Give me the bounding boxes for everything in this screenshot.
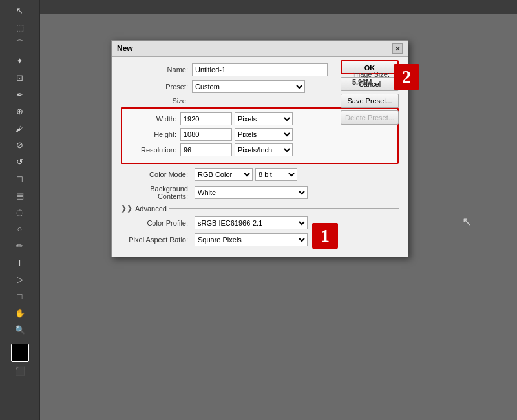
name-label: Name: bbox=[121, 66, 192, 74]
advanced-toggle-icon[interactable]: ❯❯ bbox=[121, 204, 132, 213]
resolution-input[interactable] bbox=[180, 143, 232, 156]
pixel-aspect-row: Pixel Aspect Ratio: Square Pixels D1/DV … bbox=[121, 233, 399, 246]
pixel-aspect-select[interactable]: Square Pixels D1/DV NTSC (0.91) bbox=[195, 233, 308, 246]
color-profile-row: Color Profile: sRGB IEC61966-2.1 Adobe R… bbox=[121, 216, 399, 229]
dialog-body: OK Cancel Save Preset... Delete Preset..… bbox=[112, 57, 408, 257]
height-label: Height: bbox=[127, 131, 180, 138]
advanced-header: ❯❯ Advanced bbox=[121, 204, 399, 213]
history-brush[interactable]: ↺ bbox=[12, 154, 28, 169]
blur-tool[interactable]: ◌ bbox=[12, 204, 28, 220]
image-size-label: Image Size: bbox=[352, 70, 390, 78]
shape-tool[interactable]: □ bbox=[12, 288, 28, 304]
bit-depth-select[interactable]: 8 bit 16 bit 32 bit bbox=[255, 168, 297, 181]
cursor-icon: ↖ bbox=[462, 215, 472, 229]
background-select[interactable]: White Background Color Transparent bbox=[195, 186, 308, 199]
eyedropper-tool[interactable]: ✒ bbox=[12, 87, 28, 102]
dodge-tool[interactable]: ○ bbox=[12, 221, 28, 236]
preset-select[interactable]: Custom Default Photoshop Size Letter bbox=[192, 80, 305, 93]
advanced-divider bbox=[169, 208, 399, 209]
close-button[interactable]: ✕ bbox=[392, 43, 403, 54]
menu-bar bbox=[0, 0, 517, 14]
path-tool[interactable]: ▷ bbox=[12, 271, 28, 287]
brush-tool[interactable]: 🖌 bbox=[12, 120, 28, 136]
pixel-aspect-label: Pixel Aspect Ratio: bbox=[121, 236, 192, 244]
eraser-tool[interactable]: ◻ bbox=[12, 171, 28, 186]
delete-preset-button[interactable]: Delete Preset... bbox=[341, 110, 399, 125]
color-mode-row: Color Mode: RGB Color CMYK Color Graysca… bbox=[121, 168, 399, 181]
move-tool[interactable]: ↖ bbox=[12, 3, 28, 18]
save-preset-button[interactable]: Save Preset... bbox=[341, 94, 399, 108]
background-row: Background Contents: White Background Co… bbox=[121, 185, 399, 200]
image-size-box: Image Size: 5.93M bbox=[352, 70, 390, 86]
clone-tool[interactable]: ⊘ bbox=[12, 137, 28, 152]
width-input[interactable] bbox=[180, 112, 232, 125]
size-label: Size: bbox=[121, 97, 192, 105]
color-profile-select[interactable]: sRGB IEC61966-2.1 Adobe RGB ProPhoto RGB bbox=[195, 216, 308, 229]
resolution-row: Resolution: Pixels/Inch Pixels/cm bbox=[127, 143, 392, 156]
lasso-tool[interactable]: ⌒ bbox=[12, 36, 28, 52]
advanced-section: ❯❯ Advanced Color Profile: sRGB IEC61966… bbox=[121, 204, 399, 246]
height-unit-select[interactable]: Pixels Inches cm bbox=[235, 128, 293, 141]
zoom-tool[interactable]: 🔍 bbox=[12, 322, 28, 337]
button-panel: OK Cancel Save Preset... Delete Preset..… bbox=[341, 60, 399, 125]
dialog-title: New bbox=[117, 44, 133, 53]
toolbar: ↖ ⬚ ⌒ ✦ ⊡ ✒ ⊕ 🖌 ⊘ ↺ ◻ ▤ ◌ ○ ✏ T ▷ □ ✋ 🔍 … bbox=[0, 0, 40, 420]
step-2-annotation: 2 bbox=[394, 64, 419, 90]
foreground-color[interactable] bbox=[11, 344, 29, 362]
color-profile-label: Color Profile: bbox=[121, 219, 192, 227]
crop-tool[interactable]: ⊡ bbox=[12, 70, 28, 85]
color-mode-select[interactable]: RGB Color CMYK Color Grayscale bbox=[195, 168, 253, 181]
advanced-label: Advanced bbox=[135, 205, 167, 213]
height-row: Height: Pixels Inches cm bbox=[127, 128, 392, 141]
preset-label: Preset: bbox=[121, 83, 192, 90]
step-1-annotation: 1 bbox=[312, 223, 338, 249]
resolution-label: Resolution: bbox=[127, 146, 180, 154]
hand-tool[interactable]: ✋ bbox=[12, 305, 28, 320]
new-document-dialog: New ✕ OK Cancel Save Preset... Delete Pr… bbox=[111, 40, 408, 257]
width-label: Width: bbox=[127, 115, 180, 123]
type-tool[interactable]: T bbox=[12, 255, 28, 270]
color-mode-label: Color Mode: bbox=[121, 171, 192, 178]
dialog-titlebar: New ✕ bbox=[112, 41, 408, 57]
magic-wand-tool[interactable]: ✦ bbox=[12, 53, 28, 68]
healing-tool[interactable]: ⊕ bbox=[12, 103, 28, 119]
pen-tool[interactable]: ✏ bbox=[12, 238, 28, 253]
marquee-tool[interactable]: ⬚ bbox=[12, 19, 28, 35]
resolution-unit-select[interactable]: Pixels/Inch Pixels/cm bbox=[235, 143, 293, 156]
height-input[interactable] bbox=[180, 128, 232, 141]
canvas-area: New ✕ OK Cancel Save Preset... Delete Pr… bbox=[40, 14, 517, 420]
width-unit-select[interactable]: Pixels Inches cm bbox=[235, 112, 293, 125]
gradient-tool[interactable]: ▤ bbox=[12, 187, 28, 203]
image-size-value: 5.93M bbox=[352, 78, 390, 86]
background-label: Background Contents: bbox=[121, 185, 192, 200]
name-input[interactable] bbox=[192, 63, 328, 76]
3d-tool[interactable]: ⬛ bbox=[12, 363, 28, 379]
